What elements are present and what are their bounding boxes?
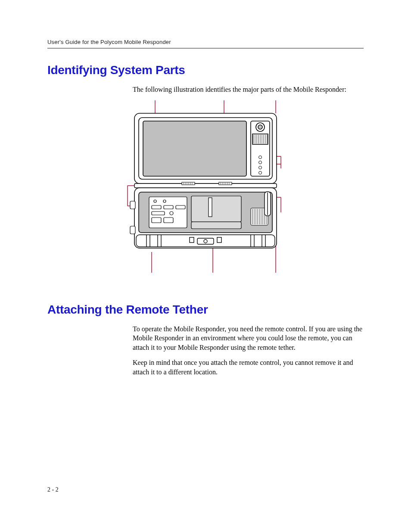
svg-rect-18 <box>143 121 246 176</box>
running-head: User's Guide for the Polycom Mobile Resp… <box>47 39 364 49</box>
svg-rect-77 <box>209 198 212 217</box>
svg-point-73 <box>170 212 173 215</box>
svg-point-68 <box>163 200 166 202</box>
figure-container <box>47 100 364 281</box>
svg-rect-72 <box>152 212 165 215</box>
section1-body: The following illustration identifies th… <box>133 85 364 94</box>
svg-rect-75 <box>164 218 173 223</box>
svg-rect-70 <box>164 205 173 209</box>
svg-rect-92 <box>130 226 135 234</box>
section2-p1: To operate the Mobile Responder, you nee… <box>133 324 364 352</box>
svg-rect-76 <box>191 196 241 222</box>
svg-point-67 <box>154 200 156 202</box>
svg-rect-91 <box>130 201 135 209</box>
section1-intro: The following illustration identifies th… <box>133 85 364 94</box>
svg-rect-38 <box>219 182 232 185</box>
svg-rect-37 <box>182 182 195 185</box>
svg-rect-36 <box>134 184 277 188</box>
svg-rect-69 <box>152 205 161 209</box>
page-number: 2 - 2 <box>47 486 59 493</box>
svg-rect-78 <box>191 222 241 229</box>
section2-p2: Keep in mind that once you attach the re… <box>133 358 364 376</box>
section-heading-identifying: Identifying System Parts <box>47 63 364 77</box>
device-illustration <box>121 100 290 281</box>
svg-rect-64 <box>190 237 194 243</box>
section2-body: To operate the Mobile Responder, you nee… <box>133 324 364 377</box>
svg-point-21 <box>258 125 262 129</box>
svg-point-63 <box>204 240 207 243</box>
svg-rect-65 <box>217 237 221 243</box>
svg-rect-71 <box>176 205 185 209</box>
svg-rect-74 <box>152 218 161 223</box>
section-heading-attaching: Attaching the Remote Tether <box>47 303 364 317</box>
document-page: User's Guide for the Polycom Mobile Resp… <box>0 0 411 532</box>
